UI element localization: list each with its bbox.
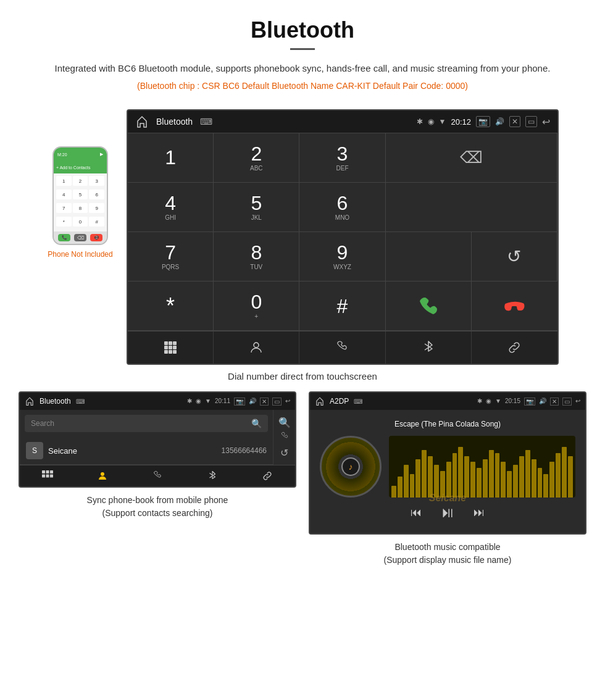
key-3[interactable]: 3 DEF bbox=[299, 133, 385, 183]
music-disc-center: ♪ bbox=[341, 457, 360, 476]
key-7[interactable]: 7 PQRS bbox=[128, 232, 214, 281]
key-star[interactable]: * bbox=[128, 281, 214, 331]
close-icon[interactable]: ✕ bbox=[509, 116, 520, 127]
svg-rect-0 bbox=[164, 341, 168, 345]
waveform-bar bbox=[543, 474, 548, 498]
contacts-usb-icon: ⌨ bbox=[76, 398, 85, 405]
music-time: 20:15 bbox=[505, 398, 520, 406]
sidebar-search-icon[interactable]: 🔍 bbox=[278, 417, 291, 428]
refresh-cell[interactable]: ↺ bbox=[472, 232, 557, 281]
svg-rect-12 bbox=[50, 470, 53, 473]
music-back-icon[interactable]: ↩ bbox=[575, 398, 580, 406]
sidebar-phone-icon[interactable] bbox=[280, 431, 290, 444]
svg-rect-14 bbox=[46, 475, 49, 478]
bottom-screens: Bluetooth ⌨ ✱ ◉ ▼ 20:11 📷 🔊 ✕ ▭ ↩ bbox=[0, 391, 605, 567]
music-screen-wrapper: A2DP ⌨ ✱ ◉ ▼ 20:15 📷 🔊 ✕ ▭ ↩ Escape (The… bbox=[309, 391, 586, 567]
signal-icon: ▼ bbox=[439, 117, 446, 126]
contacts-bottom-link[interactable] bbox=[240, 470, 295, 481]
contacts-screen-wrapper: Bluetooth ⌨ ✱ ◉ ▼ 20:11 📷 🔊 ✕ ▭ ↩ bbox=[19, 391, 296, 567]
bottom-bluetooth-icon[interactable] bbox=[386, 331, 472, 364]
svg-rect-2 bbox=[173, 341, 177, 345]
bottom-dialpad-icon[interactable] bbox=[128, 331, 214, 364]
svg-rect-3 bbox=[164, 346, 168, 349]
main-screen-caption: Dial number direct from touchscreen bbox=[0, 371, 605, 381]
music-bluetooth-note-icon: ♪ bbox=[349, 462, 353, 472]
contacts-top-bar: Bluetooth ⌨ ✱ ◉ ▼ 20:11 📷 🔊 ✕ ▭ ↩ bbox=[20, 393, 295, 410]
music-sig-icon: ▼ bbox=[495, 398, 501, 406]
music-home-icon[interactable] bbox=[315, 396, 325, 406]
contacts-bottom-grid[interactable] bbox=[20, 470, 75, 481]
contacts-sig-icon: ▼ bbox=[205, 398, 211, 406]
prev-track-icon[interactable]: ⏮ bbox=[411, 506, 422, 519]
svg-rect-15 bbox=[50, 475, 53, 478]
svg-rect-11 bbox=[46, 470, 49, 473]
contact-name: Seicane bbox=[48, 446, 222, 456]
call-end-cell[interactable] bbox=[472, 281, 557, 331]
contact-row-seicane[interactable]: S Seicane 13566664466 bbox=[20, 437, 273, 465]
call-green-cell[interactable] bbox=[386, 281, 472, 331]
waveform-bar bbox=[470, 462, 475, 498]
music-usb-icon: ⌨ bbox=[354, 398, 362, 405]
svg-rect-8 bbox=[173, 350, 177, 354]
main-screen-container: M:20 ▶ + Add to Contacts 123 456 789 *0#… bbox=[0, 109, 605, 365]
waveform-bar bbox=[519, 456, 524, 498]
music-content-area: Escape (The Pina Colada Song) ♪ ⏮ ⏯ ⏭ bbox=[310, 410, 585, 533]
sidebar-refresh-icon[interactable]: ↺ bbox=[280, 447, 288, 459]
empty-row3 bbox=[386, 232, 472, 281]
key-9[interactable]: 9 WXYZ bbox=[299, 232, 385, 281]
svg-rect-1 bbox=[169, 341, 172, 345]
music-screen: A2DP ⌨ ✱ ◉ ▼ 20:15 📷 🔊 ✕ ▭ ↩ Escape (The… bbox=[309, 391, 586, 535]
top-bar-title: Bluetooth bbox=[156, 117, 193, 127]
contacts-search-bar[interactable]: Search 🔍 bbox=[25, 415, 268, 432]
waveform-bar bbox=[483, 459, 488, 498]
key-hash[interactable]: # bbox=[299, 281, 385, 331]
key-4[interactable]: 4 GHI bbox=[128, 183, 214, 232]
contacts-bottom-call[interactable] bbox=[130, 470, 185, 481]
key-2[interactable]: 2 ABC bbox=[214, 133, 299, 183]
svg-rect-6 bbox=[164, 350, 168, 354]
music-close-icon[interactable]: ✕ bbox=[550, 398, 559, 406]
contacts-bottom-bt[interactable] bbox=[185, 470, 240, 481]
phone-dialpad: 123 456 789 *0# bbox=[54, 173, 107, 231]
seicane-watermark: Seicane bbox=[429, 493, 466, 504]
contacts-search-placeholder: Search bbox=[31, 419, 54, 428]
back-icon[interactable]: ↩ bbox=[542, 116, 550, 128]
contacts-home-icon[interactable] bbox=[25, 396, 35, 406]
key-1[interactable]: 1 bbox=[128, 133, 214, 183]
volume-icon: 🔊 bbox=[495, 117, 504, 126]
key-0[interactable]: 0 + bbox=[214, 281, 299, 331]
contacts-bottom-person[interactable] bbox=[75, 470, 130, 481]
contacts-time: 20:11 bbox=[215, 398, 230, 406]
next-track-icon[interactable]: ⏭ bbox=[474, 506, 485, 519]
page-header: Bluetooth Integrated with BC6 Bluetooth … bbox=[0, 0, 605, 109]
music-win-icon[interactable]: ▭ bbox=[562, 398, 572, 406]
empty-row2 bbox=[386, 183, 557, 232]
key-8[interactable]: 8 TUV bbox=[214, 232, 299, 281]
backspace-icon[interactable]: ⌫ bbox=[460, 148, 483, 167]
window-icon[interactable]: ▭ bbox=[525, 116, 537, 127]
bottom-phone-icon[interactable] bbox=[299, 331, 385, 364]
waveform-bar bbox=[525, 450, 530, 498]
contacts-screen-title: Bluetooth bbox=[40, 397, 71, 406]
waveform-bar bbox=[398, 477, 403, 498]
contacts-back-icon[interactable]: ↩ bbox=[285, 398, 290, 406]
home-icon[interactable] bbox=[135, 115, 149, 128]
contacts-bt-icon: ✱ bbox=[187, 398, 192, 406]
music-caption: Bluetooth music compatible (Support disp… bbox=[384, 541, 512, 567]
camera-icon: 📷 bbox=[476, 116, 490, 127]
waveform-bar bbox=[477, 468, 482, 498]
contacts-close-icon[interactable]: ✕ bbox=[260, 398, 269, 406]
play-pause-icon[interactable]: ⏯ bbox=[440, 504, 455, 521]
key-5[interactable]: 5 JKL bbox=[214, 183, 299, 232]
contact-number: 13566664466 bbox=[222, 446, 267, 455]
contacts-win-icon[interactable]: ▭ bbox=[272, 398, 282, 406]
bottom-link-icon[interactable] bbox=[472, 331, 557, 364]
bottom-contacts-icon[interactable] bbox=[214, 331, 299, 364]
display-area: ⌫ bbox=[386, 133, 557, 183]
waveform-bar bbox=[562, 447, 567, 498]
key-6[interactable]: 6 MNO bbox=[299, 183, 385, 232]
contacts-cam-icon: 📷 bbox=[234, 398, 245, 406]
music-screen-title: A2DP bbox=[330, 397, 349, 406]
contacts-screen: Bluetooth ⌨ ✱ ◉ ▼ 20:11 📷 🔊 ✕ ▭ ↩ bbox=[19, 391, 296, 488]
contacts-main-area: Search 🔍 S Seicane 13566664466 bbox=[20, 410, 273, 465]
